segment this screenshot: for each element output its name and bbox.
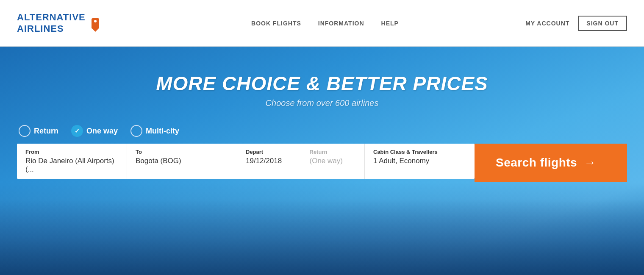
cabin-value: 1 Adult, Economy [373,157,466,165]
return-label: Return [34,127,58,136]
to-field[interactable]: To Bogota (BOG) [127,144,237,179]
form-row-wrapper: From Rio De Janeiro (All Airports) (... … [17,144,475,182]
search-container: Return One way Multi-city From Rio De Ja… [17,125,627,182]
search-flights-button[interactable]: Search flights → [475,144,627,182]
from-field[interactable]: From Rio De Janeiro (All Airports) (... [17,144,127,179]
hero-title: MORE CHOICE & BETTER PRICES [156,72,488,95]
sign-out-button[interactable]: SIGN OUT [578,16,627,31]
search-flights-label: Search flights [496,156,577,169]
trip-type-multi-city[interactable]: Multi-city [130,125,179,137]
trip-type-row: Return One way Multi-city [17,125,627,137]
nav-information[interactable]: INFORMATION [318,20,364,27]
to-value: Bogota (BOG) [136,157,228,165]
one-way-radio-circle [71,125,83,137]
header-right: MY ACCOUNT SIGN OUT [525,16,627,31]
nav-help[interactable]: HELP [381,20,399,27]
return-value: (One way) [310,157,356,165]
form-and-button-row: From Rio De Janeiro (All Airports) (... … [17,144,627,182]
from-value: Rio De Janeiro (All Airports) (... [25,157,118,174]
from-label: From [25,149,118,155]
header: ALTERNATIVEAIRLINES BOOK FLIGHTS INFORMA… [0,0,644,47]
search-form-row: From Rio De Janeiro (All Airports) (... … [17,144,475,179]
to-label: To [136,149,228,155]
multi-city-label: Multi-city [146,127,179,136]
logo[interactable]: ALTERNATIVEAIRLINES [17,12,99,34]
return-label: Return [310,149,356,155]
trip-type-return[interactable]: Return [19,125,58,137]
cabin-label: Cabin Class & Travellers [373,149,466,155]
hero-tarmac-overlay [0,199,644,275]
depart-field[interactable]: Depart 19/12/2018 [237,144,301,179]
hero-subtitle: Choose from over 600 airlines [266,98,379,108]
hero-section: MORE CHOICE & BETTER PRICES Choose from … [0,47,644,275]
return-field[interactable]: Return (One way) [301,144,365,179]
depart-label: Depart [246,149,292,155]
depart-value: 19/12/2018 [246,157,292,165]
search-arrow-icon: → [584,156,596,169]
one-way-label: One way [86,127,118,136]
cabin-field[interactable]: Cabin Class & Travellers 1 Adult, Econom… [365,144,475,179]
return-radio-circle [19,125,31,137]
multi-city-radio-circle [130,125,142,137]
main-nav: BOOK FLIGHTS INFORMATION HELP [125,20,525,27]
logo-text: ALTERNATIVEAIRLINES [17,12,86,34]
nav-book-flights[interactable]: BOOK FLIGHTS [251,20,301,27]
trip-type-one-way[interactable]: One way [71,125,118,137]
logo-tag-icon [92,18,99,28]
my-account-link[interactable]: MY ACCOUNT [525,20,569,27]
